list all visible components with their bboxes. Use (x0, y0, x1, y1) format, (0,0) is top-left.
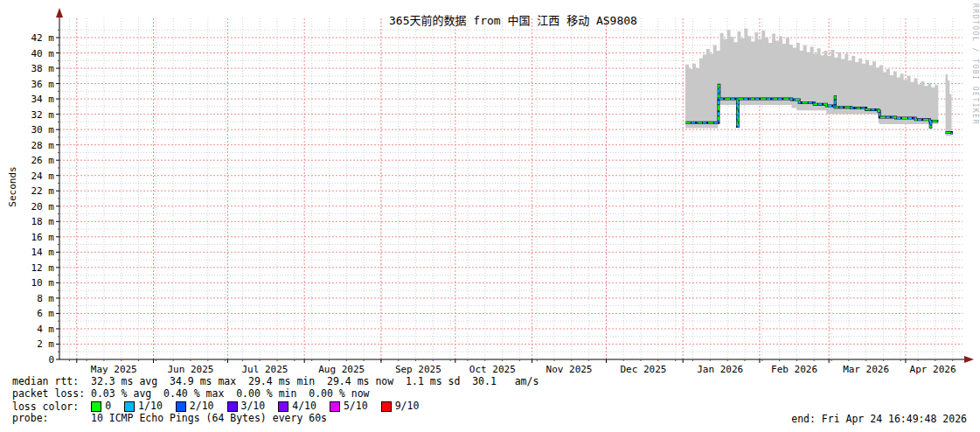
loss-swatch-1-10: 1/10 (124, 401, 163, 412)
y-axis-ticks-labels: 42 m40 m38 m36 m34 m32 m30 m28 m26 m24 m… (31, 30, 60, 366)
loss-swatch-color-box (227, 401, 238, 412)
loss-swatch-color-box (278, 401, 288, 412)
loss-swatch-label: 5/10 (344, 401, 368, 412)
x-month-label: May 2025 (91, 364, 137, 375)
y-tick-label: 42 m (31, 32, 55, 44)
y-tick-label: 34 m (31, 94, 55, 105)
y-tick-label: 10 m (31, 277, 55, 289)
x-month-label: Dec 2025 (620, 364, 666, 375)
x-month-label: Aug 2025 (318, 364, 365, 375)
y-tick-label: 22 m (31, 185, 55, 197)
loss-swatch-0: 0 (91, 401, 111, 412)
loss-swatch-label: 1/10 (138, 401, 163, 412)
y-tick-label: 14 m (31, 247, 55, 258)
loss-swatch-color-box (330, 401, 340, 412)
x-month-label: Nov 2025 (546, 364, 593, 375)
y-tick-label: 8 m (37, 293, 54, 304)
x-month-label: Sep 2025 (395, 364, 441, 375)
loss-swatch-label: 3/10 (241, 401, 266, 412)
smokeping-graph-page: May 2025Jun 2025Jul 2025Aug 2025Sep 2025… (0, 0, 980, 432)
loss-swatch-label: 9/10 (395, 401, 420, 412)
packet-loss-stats: packet loss: 0.03 % avg 0.40 % max 0.00 … (12, 388, 370, 400)
y-tick-label: 32 m (31, 109, 55, 121)
y-tick-label: 40 m (31, 48, 55, 59)
loss-swatch-color-box (124, 401, 135, 412)
y-tick-label: 16 m (31, 232, 55, 243)
smoke-band (685, 29, 952, 136)
x-month-label: Jun 2025 (168, 364, 214, 375)
loss-swatch-5-10: 5/10 (330, 401, 368, 412)
loss-swatch-color-box (176, 401, 186, 412)
y-tick-label: 36 m (31, 79, 55, 90)
loss-swatch-3-10: 3/10 (227, 401, 266, 412)
y-tick-label: 30 m (31, 124, 55, 136)
y-tick-label: 18 m (31, 216, 55, 227)
y-axis-label: Seconds (7, 91, 18, 283)
x-month-label: Jul 2025 (241, 364, 288, 375)
x-axis-ticks-labels: May 2025Jun 2025Jul 2025Aug 2025Sep 2025… (69, 359, 956, 375)
y-tick-label: 20 m (31, 201, 55, 213)
loss-swatch-color-box (381, 401, 392, 412)
median-rtt-stats: median rtt: 32.3 ms avg 34.9 ms max 29.4… (12, 376, 539, 387)
loss-swatch-9-10: 9/10 (381, 401, 420, 412)
loss-swatch-2-10: 2/10 (176, 401, 214, 412)
x-month-label: Apr 2026 (910, 364, 956, 375)
y-tick-label: 2 m (37, 338, 54, 350)
y-tick-label: 38 m (31, 63, 55, 74)
rrdtool-watermark: RRDTOOL / TOBI OETIKER (971, 3, 979, 125)
chart-title: 365天前的数据 from 中国 江西 移动 AS9808 (59, 11, 967, 28)
probe-info: probe: 10 ICMP Echo Pings (64 Bytes) eve… (12, 413, 327, 424)
loss-swatch-label: 2/10 (190, 401, 214, 412)
x-month-label: Mar 2026 (843, 364, 889, 375)
y-tick-label: 28 m (31, 140, 55, 151)
y-tick-label: 4 m (37, 324, 54, 335)
y-tick-label: 26 m (31, 155, 55, 166)
y-tick-label: 24 m (31, 171, 55, 182)
y-tick-label: 6 m (37, 308, 54, 319)
x-month-label: Oct 2025 (469, 364, 516, 375)
x-month-label: Jan 2026 (697, 364, 743, 375)
y-tick-label: 0 (48, 354, 54, 366)
loss-swatch-label: 4/10 (292, 401, 316, 412)
loss-swatch-4-10: 4/10 (278, 401, 316, 412)
loss-swatch-color-box (91, 401, 101, 412)
x-month-label: Feb 2026 (771, 364, 817, 375)
end-timestamp: end: Fri Apr 24 16:49:48 2026 (791, 413, 967, 425)
y-tick-label: 12 m (31, 262, 55, 274)
latency-chart-canvas: May 2025Jun 2025Jul 2025Aug 2025Sep 2025… (0, 0, 980, 432)
loss-swatch-label: 0 (105, 401, 111, 412)
